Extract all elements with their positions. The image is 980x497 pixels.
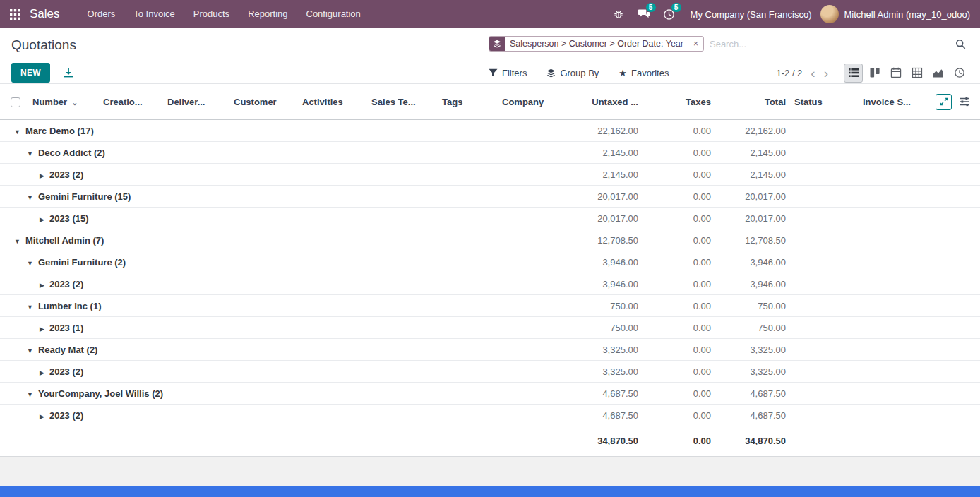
apps-menu-icon[interactable]	[0, 0, 30, 28]
pager-previous-icon[interactable]: ‹	[811, 66, 815, 80]
view-switcher	[844, 64, 969, 83]
group-row[interactable]: ▼Lumber Inc (1)750.000.00750.00	[0, 295, 980, 317]
calendar-view-icon	[890, 67, 902, 78]
pager: 1-2 / 2 ‹ ›	[776, 66, 828, 80]
pager-value: 1-2 / 2	[776, 68, 802, 78]
group-total: 20,017.00	[715, 208, 790, 229]
group-row[interactable]: ▶2023 (2)3,946.000.003,946.00	[0, 273, 980, 295]
group-row[interactable]: ▼Deco Addict (2)2,145.000.002,145.00	[0, 142, 980, 164]
activities-count-badge: 5	[671, 3, 681, 12]
messages-icon[interactable]: 5	[631, 0, 657, 28]
group-untaxed: 750.00	[568, 317, 643, 339]
view-switcher-calendar[interactable]	[886, 64, 905, 83]
column-header-activities[interactable]: Activities	[298, 84, 367, 120]
caret-down-icon: ▼	[27, 194, 33, 201]
search-bar[interactable]: Salesperson > Customer > Order Date: Yea…	[489, 34, 969, 56]
column-header-total[interactable]: Total	[715, 84, 790, 120]
user-menu[interactable]: Mitchell Admin (may_10_odoo)	[839, 9, 980, 20]
favorites-button[interactable]: ★ Favorites	[619, 68, 669, 78]
group-total: 22,162.00	[715, 120, 790, 142]
column-header-company[interactable]: Company	[498, 84, 568, 120]
caret-right-icon: ▶	[40, 369, 44, 376]
group-row[interactable]: ▶2023 (1)750.000.00750.00	[0, 317, 980, 339]
quotations-list: Number⌄Creatio...Deliver...CustomerActiv…	[0, 83, 980, 457]
group-taxes: 0.00	[643, 383, 715, 405]
expand-icon	[940, 97, 948, 106]
debug-bug-icon[interactable]	[606, 0, 631, 28]
group-taxes: 0.00	[643, 120, 715, 142]
group-untaxed: 20,017.00	[568, 208, 643, 229]
view-switcher-activity[interactable]	[950, 64, 969, 83]
company-switcher[interactable]: My Company (San Francisco)	[682, 9, 820, 20]
group-row[interactable]: ▶2023 (2)3,325.000.003,325.00	[0, 361, 980, 383]
menu-reporting[interactable]: Reporting	[239, 0, 297, 28]
pivot-view-icon	[912, 67, 923, 78]
export-download-icon[interactable]	[61, 66, 76, 80]
view-switcher-list[interactable]	[844, 64, 863, 83]
app-name[interactable]: Sales	[30, 7, 60, 21]
group-untaxed: 3,325.00	[568, 361, 643, 383]
group-row[interactable]: ▼Mitchell Admin (7)12,708.500.0012,708.5…	[0, 229, 980, 251]
content-background	[0, 457, 980, 487]
column-header-invoice-s[interactable]: Invoice S...	[859, 84, 931, 120]
search-icon[interactable]	[955, 39, 967, 49]
caret-down-icon: ▼	[27, 391, 33, 398]
group-row[interactable]: ▶2023 (2)2,145.000.002,145.00	[0, 164, 980, 186]
sort-caret-icon: ⌄	[71, 98, 78, 107]
menu-configuration[interactable]: Configuration	[297, 0, 370, 28]
search-input[interactable]	[710, 39, 950, 49]
footer-grand-total: 34,870.50	[715, 426, 790, 456]
search-facet: Salesperson > Customer > Order Date: Yea…	[489, 36, 704, 52]
breadcrumb-title: Quotations	[11, 37, 76, 53]
column-header-tags[interactable]: Tags	[438, 84, 498, 120]
group-row[interactable]: ▼Gemini Furniture (15)20,017.000.0020,01…	[0, 186, 980, 208]
group-total: 3,946.00	[715, 273, 790, 295]
view-switcher-kanban[interactable]	[865, 64, 884, 83]
filters-button[interactable]: Filters	[489, 68, 527, 78]
group-row[interactable]: ▼YourCompany, Joel Willis (2)4,687.500.0…	[0, 383, 980, 405]
select-all-checkbox[interactable]	[11, 97, 20, 107]
group-total: 20,017.00	[715, 186, 790, 208]
column-header-sales-te[interactable]: Sales Te...	[367, 84, 438, 120]
menu-to-invoice[interactable]: To Invoice	[124, 0, 184, 28]
menu-products[interactable]: Products	[184, 0, 239, 28]
view-switcher-pivot[interactable]	[907, 64, 926, 83]
group-label: Deco Addict (2)	[38, 148, 105, 158]
group-total: 2,145.00	[715, 142, 790, 164]
group-taxes: 0.00	[643, 339, 715, 361]
column-header-status[interactable]: Status	[790, 84, 859, 120]
column-header-customer[interactable]: Customer	[229, 84, 298, 120]
group-row[interactable]: ▼Ready Mat (2)3,325.000.003,325.00	[0, 339, 980, 361]
column-header-taxes[interactable]: Taxes	[643, 84, 715, 120]
group-label: 2023 (2)	[49, 366, 83, 377]
expand-groups-button[interactable]	[936, 94, 952, 110]
top-navbar: Sales OrdersTo InvoiceProductsReportingC…	[0, 0, 980, 28]
group-label: 2023 (2)	[49, 169, 83, 180]
facet-remove-icon[interactable]: ×	[688, 37, 703, 51]
group-by-button[interactable]: Group By	[546, 68, 599, 78]
column-header-number[interactable]: Number⌄	[28, 84, 99, 120]
control-panel: Quotations Salesperson > Customer > Orde…	[0, 28, 980, 83]
messages-count-badge: 5	[646, 3, 656, 12]
group-untaxed: 4,687.50	[568, 405, 643, 426]
group-taxes: 0.00	[643, 142, 715, 164]
group-row[interactable]: ▼Marc Demo (17)22,162.000.0022,162.00	[0, 120, 980, 142]
view-switcher-graph[interactable]	[928, 64, 948, 83]
group-row[interactable]: ▶2023 (2)4,687.500.004,687.50	[0, 405, 980, 426]
activities-clock-icon[interactable]: 5	[657, 0, 682, 28]
group-label: Gemini Furniture (2)	[38, 257, 126, 268]
caret-right-icon: ▶	[40, 325, 44, 333]
new-button[interactable]: NEW	[11, 63, 50, 83]
column-header-creatio[interactable]: Creatio...	[99, 84, 163, 120]
group-row[interactable]: ▶2023 (15)20,017.000.0020,017.00	[0, 208, 980, 229]
column-header-untaxed[interactable]: Untaxed ...	[568, 84, 643, 120]
kanban-view-icon	[869, 67, 880, 78]
caret-down-icon: ▼	[14, 238, 20, 245]
group-row[interactable]: ▼Gemini Furniture (2)3,946.000.003,946.0…	[0, 251, 980, 273]
pager-next-icon[interactable]: ›	[824, 66, 828, 80]
menu-orders[interactable]: Orders	[78, 0, 125, 28]
column-header-deliver[interactable]: Deliver...	[163, 84, 229, 120]
group-untaxed: 3,946.00	[568, 273, 643, 295]
optional-columns-button[interactable]	[959, 96, 970, 107]
group-label: Gemini Furniture (15)	[38, 191, 131, 202]
